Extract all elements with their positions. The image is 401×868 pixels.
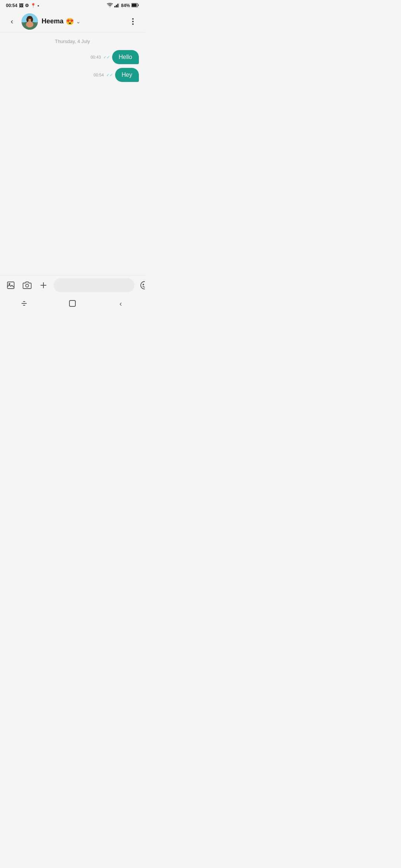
status-left: 00:54 🖼 ⚙ 📍 ●: [6, 3, 39, 8]
message-time-1: 00:43: [91, 55, 101, 59]
svg-point-15: [26, 17, 29, 22]
back-nav-button[interactable]: ‹: [111, 297, 130, 309]
camera-button[interactable]: [21, 279, 33, 292]
message-time-2: 00:54: [94, 73, 104, 77]
message-bubble-1[interactable]: Hello: [112, 50, 139, 64]
wifi-icon: [107, 3, 113, 9]
camera-icon: [23, 281, 32, 290]
date-label: Thursday, 4 July: [6, 39, 139, 44]
battery-display: 84%: [121, 3, 130, 8]
contact-info[interactable]: Heema 😍 ⌄: [42, 17, 127, 26]
navigation-bar: ‹: [0, 295, 145, 313]
message-row: 00:43 ✓✓ Hello: [6, 50, 139, 64]
gallery-icon: [6, 281, 15, 290]
message-row: 00:54 ✓✓ Hey: [6, 68, 139, 82]
status-bar: 00:54 🖼 ⚙ 📍 ● 84%: [0, 0, 145, 10]
chat-area: Thursday, 4 July 00:43 ✓✓ Hello 00:54 ✓✓…: [0, 33, 145, 275]
back-nav-icon: ‹: [120, 299, 122, 308]
three-dots-icon: [132, 18, 134, 25]
contact-avatar[interactable]: [22, 13, 38, 30]
message-input[interactable]: [53, 278, 134, 292]
svg-point-18: [9, 283, 10, 285]
emoji-icon: [140, 281, 145, 290]
svg-rect-5: [132, 4, 137, 7]
svg-rect-3: [119, 3, 120, 7]
contact-name: Heema: [42, 17, 63, 25]
message-bubble-2[interactable]: Hey: [115, 68, 139, 82]
home-nav-button[interactable]: [63, 297, 82, 309]
back-button[interactable]: ‹: [6, 16, 18, 27]
contact-emoji: 😍: [66, 17, 74, 26]
battery-icon: [131, 3, 139, 9]
home-icon: [69, 300, 76, 307]
recents-icon: [22, 301, 27, 306]
plus-icon: [39, 281, 48, 290]
svg-rect-0: [114, 6, 115, 7]
settings-status-icon: ⚙: [25, 3, 29, 8]
status-right: 84%: [107, 3, 139, 9]
svg-rect-2: [117, 4, 118, 7]
svg-rect-6: [138, 4, 139, 6]
gallery-status-icon: 🖼: [19, 3, 23, 8]
input-bar: [0, 275, 145, 295]
svg-point-21: [143, 284, 144, 285]
svg-point-13: [26, 22, 33, 27]
message-tick-2: ✓✓: [106, 73, 113, 78]
notification-dot: ●: [38, 4, 39, 7]
svg-rect-1: [116, 5, 117, 7]
svg-point-20: [141, 282, 145, 289]
svg-point-19: [26, 284, 29, 287]
svg-point-16: [31, 17, 33, 22]
back-arrow-icon: ‹: [11, 17, 13, 26]
attach-button[interactable]: [37, 279, 50, 292]
header-menu-button[interactable]: [127, 16, 139, 27]
messages-list: 00:43 ✓✓ Hello 00:54 ✓✓ Hey: [6, 50, 139, 82]
location-status-icon: 📍: [30, 3, 36, 8]
recents-nav-button[interactable]: [15, 297, 33, 309]
signal-icon: [114, 3, 120, 9]
chat-header: ‹ Heema 😍 ⌄: [0, 10, 145, 33]
chevron-down-icon: ⌄: [76, 19, 81, 24]
gallery-button[interactable]: [4, 279, 17, 292]
emoji-button[interactable]: [138, 279, 145, 292]
svg-rect-17: [7, 282, 14, 289]
time-display: 00:54: [6, 3, 17, 8]
message-tick-1: ✓✓: [103, 55, 110, 60]
